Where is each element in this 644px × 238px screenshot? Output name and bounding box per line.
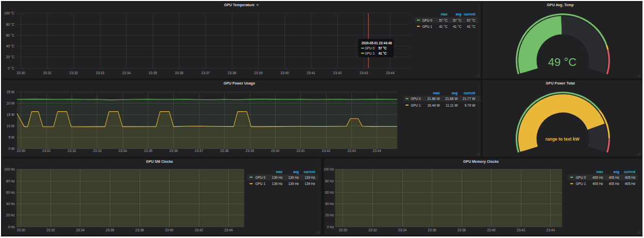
svg-text:23:30: 23:30: [17, 149, 26, 152]
svg-text:57 °C: 57 °C: [453, 19, 462, 22]
svg-text:23:32: 23:32: [67, 149, 76, 152]
svg-text:GPU 0: GPU 0: [576, 176, 586, 179]
svg-text:max: max: [276, 170, 282, 174]
svg-text:41 °C: 41 °C: [467, 25, 476, 28]
svg-text:23:30: 23:30: [17, 228, 26, 232]
svg-text:23:30: 23:30: [339, 228, 348, 232]
svg-text:41 °C: 41 °C: [439, 25, 448, 28]
svg-text:max: max: [433, 91, 440, 95]
svg-text:23:37: 23:37: [201, 71, 210, 75]
svg-text:139 Hz: 139 Hz: [272, 176, 283, 179]
svg-text:23:41: 23:41: [296, 149, 305, 152]
svg-text:avg: avg: [455, 12, 461, 16]
svg-text:23:44: 23:44: [373, 149, 382, 152]
svg-text:GPU 1: GPU 1: [422, 25, 432, 28]
svg-text:23:42: 23:42: [195, 228, 204, 232]
svg-text:GPU 1: GPU 1: [411, 104, 421, 107]
svg-text:GPU 0: GPU 0: [256, 176, 266, 179]
svg-text:11.11 W: 11.11 W: [446, 104, 458, 107]
svg-text:9.79 W: 9.79 W: [465, 104, 476, 107]
svg-text:57 °C: 57 °C: [379, 46, 387, 50]
svg-text:139 Hz: 139 Hz: [304, 176, 315, 179]
svg-text:40 °C: 40 °C: [6, 44, 15, 48]
svg-text:5 W: 5 W: [8, 135, 14, 139]
svg-text:21.68 W: 21.68 W: [445, 97, 458, 100]
svg-text:GPU 0: GPU 0: [411, 97, 421, 100]
svg-text:23:36: 23:36: [170, 149, 178, 152]
svg-text:2020-05-01 23:44:48: 2020-05-01 23:44:48: [361, 41, 392, 45]
svg-text:23:36: 23:36: [106, 228, 114, 232]
svg-text:23:44: 23:44: [224, 228, 233, 232]
svg-text:139 Hz: 139 Hz: [288, 176, 299, 179]
svg-text:100 Hz: 100 Hz: [4, 167, 15, 171]
svg-text:80 Hz: 80 Hz: [6, 179, 15, 183]
svg-text:avg: avg: [293, 170, 299, 174]
svg-text:23:34: 23:34: [122, 71, 131, 75]
svg-text:40 Hz: 40 Hz: [6, 202, 15, 206]
svg-text:23:35: 23:35: [144, 149, 152, 152]
svg-text:405 Hz: 405 Hz: [625, 176, 636, 179]
svg-text:0 Hz: 0 Hz: [8, 225, 14, 229]
svg-text:23:44: 23:44: [547, 228, 555, 232]
svg-text:23:32: 23:32: [70, 71, 78, 75]
svg-text:current: current: [464, 12, 476, 16]
svg-text:80 °C: 80 °C: [6, 23, 15, 26]
svg-text:25 W: 25 W: [7, 90, 15, 94]
svg-text:405 Hz: 405 Hz: [608, 182, 619, 185]
svg-text:23:31: 23:31: [42, 149, 51, 152]
svg-text:23:38: 23:38: [228, 71, 236, 75]
svg-text:avg: avg: [452, 91, 457, 95]
svg-text:23:32: 23:32: [368, 228, 377, 232]
svg-text:60 °C: 60 °C: [6, 33, 15, 37]
svg-text:405 Hz: 405 Hz: [592, 176, 603, 179]
svg-text:23:38: 23:38: [220, 149, 229, 152]
svg-text:GPU Temperature: GPU Temperature: [224, 3, 255, 7]
svg-text:23:41: 23:41: [307, 71, 316, 75]
svg-text:23:39: 23:39: [246, 149, 255, 152]
svg-text:139 Hz: 139 Hz: [288, 182, 299, 185]
svg-text:23:38: 23:38: [135, 228, 144, 232]
svg-text:23:34: 23:34: [398, 228, 407, 232]
svg-text:max: max: [597, 170, 603, 174]
svg-text:23:37: 23:37: [195, 149, 204, 152]
svg-text:21.86 W: 21.86 W: [427, 97, 440, 100]
svg-text:23:40: 23:40: [487, 228, 496, 232]
svg-text:current: current: [303, 170, 315, 174]
svg-text:41 °C: 41 °C: [453, 25, 462, 28]
svg-text:41 °C: 41 °C: [379, 52, 387, 55]
svg-text:23:40: 23:40: [165, 228, 174, 232]
svg-text:23:40: 23:40: [271, 149, 280, 152]
svg-text:GPU Memory Clocks: GPU Memory Clocks: [463, 160, 499, 164]
svg-text:100 Hz: 100 Hz: [324, 167, 334, 171]
svg-text:23:43: 23:43: [360, 71, 368, 75]
svg-text:23:42: 23:42: [333, 71, 342, 75]
svg-text:100 °C: 100 °C: [4, 11, 14, 15]
svg-text:GPU 0: GPU 0: [422, 19, 432, 22]
svg-text:GPU Power Usage: GPU Power Usage: [224, 81, 255, 86]
svg-text:23:36: 23:36: [175, 71, 184, 75]
svg-text:23:42: 23:42: [322, 149, 331, 152]
svg-text:23:35: 23:35: [148, 71, 157, 75]
svg-text:23:42: 23:42: [517, 228, 526, 232]
svg-text:current: current: [464, 91, 476, 95]
svg-text:GPU Power Total: GPU Power Total: [546, 81, 574, 85]
svg-text:range to text kW: range to text kW: [545, 137, 580, 142]
svg-text:0 W: 0 W: [8, 147, 14, 150]
svg-text:20 °C: 20 °C: [6, 55, 15, 59]
svg-text:23:43: 23:43: [347, 149, 356, 152]
svg-text:60 Hz: 60 Hz: [6, 191, 15, 194]
svg-text:139 Hz: 139 Hz: [304, 182, 315, 185]
svg-text:0 Hz: 0 Hz: [327, 225, 334, 229]
svg-text:80 Hz: 80 Hz: [325, 179, 334, 183]
svg-text:57 °C: 57 °C: [467, 19, 476, 22]
svg-text:10 W: 10 W: [7, 124, 15, 128]
svg-text:20 Hz: 20 Hz: [325, 213, 334, 217]
svg-text:23:31: 23:31: [43, 71, 52, 75]
svg-text:60 Hz: 60 Hz: [325, 191, 334, 194]
svg-text:23:34: 23:34: [76, 228, 85, 232]
svg-text:GPU 1: GPU 1: [576, 182, 586, 185]
svg-text:23:34: 23:34: [118, 149, 127, 152]
svg-text:23:32: 23:32: [46, 228, 55, 232]
svg-text:405 Hz: 405 Hz: [608, 176, 619, 179]
svg-text:23:39: 23:39: [254, 71, 263, 75]
